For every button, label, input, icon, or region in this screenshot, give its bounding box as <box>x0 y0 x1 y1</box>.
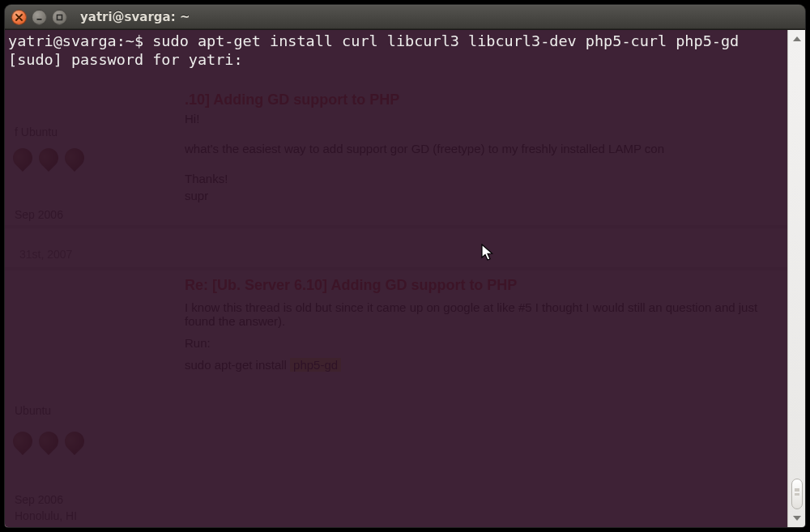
chevron-down-icon <box>793 516 801 521</box>
terminal-scrollbar[interactable] <box>787 30 805 527</box>
svg-rect-0 <box>37 19 42 20</box>
command-text: sudo apt-get install curl libcurl3 libcu… <box>152 32 739 49</box>
window-maximize-button[interactable] <box>52 10 67 25</box>
terminal-viewport[interactable]: .10] Adding GD support to PHP f Ubuntu S… <box>5 30 787 527</box>
window-close-button[interactable] <box>11 10 27 25</box>
maximize-icon <box>56 14 63 21</box>
scroll-thumb[interactable] <box>791 479 803 509</box>
prompt: yatri@svarga:~$ <box>8 32 152 49</box>
svg-rect-1 <box>58 15 62 19</box>
terminal-window: yatri@svarga: ~ .10] Adding GD support t… <box>5 5 805 527</box>
sudo-prompt: [sudo] password for yatri: <box>8 51 251 68</box>
window-minimize-button[interactable] <box>32 10 47 25</box>
window-title: yatri@svarga: ~ <box>80 10 190 24</box>
scroll-down-button[interactable] <box>790 511 804 526</box>
terminal-text[interactable]: yatri@svarga:~$ sudo apt-get install cur… <box>5 30 787 527</box>
chevron-up-icon <box>793 36 801 41</box>
minimize-icon <box>36 14 43 21</box>
window-titlebar[interactable]: yatri@svarga: ~ <box>5 5 805 29</box>
scroll-up-button[interactable] <box>790 32 804 46</box>
close-icon <box>15 14 23 21</box>
terminal-body: .10] Adding GD support to PHP f Ubuntu S… <box>5 29 805 527</box>
